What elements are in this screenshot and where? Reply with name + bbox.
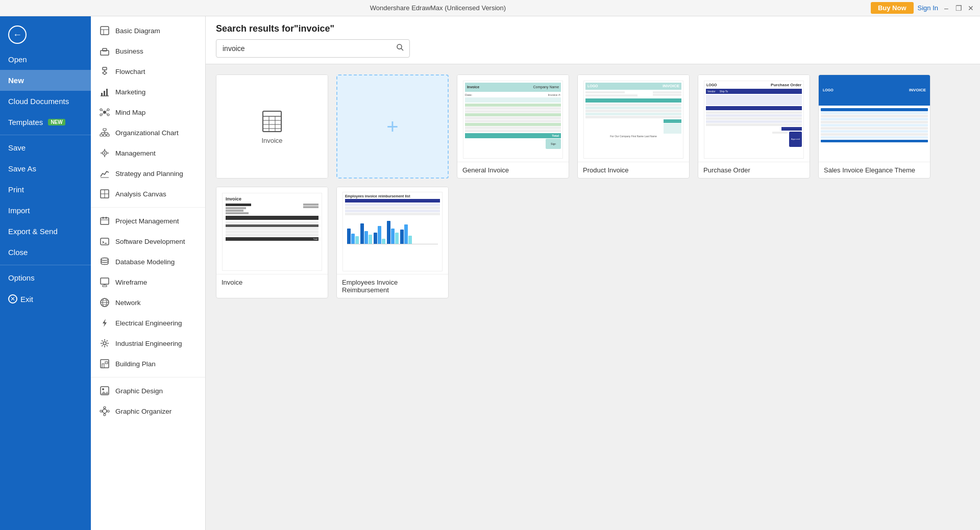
project-mgmt-icon [99, 215, 110, 226]
search-bar[interactable] [216, 39, 410, 58]
category-graphic-organizer[interactable]: Graphic Organizer [91, 401, 205, 421]
export-send-label: Export & Send [8, 227, 58, 236]
mind-map-label: Mind Map [115, 109, 145, 116]
svg-point-65 [104, 414, 106, 416]
product-invoice-label: Product Invoice [578, 162, 689, 178]
invoice-reimbursement-card[interactable]: Employees invoice reimbursement list [336, 187, 449, 298]
category-flowchart[interactable]: Flowchart [91, 61, 205, 82]
wireframe-label: Wireframe [115, 279, 147, 286]
category-mind-map[interactable]: Mind Map [91, 102, 205, 122]
save-label: Save [8, 143, 26, 152]
svg-line-18 [102, 113, 103, 114]
search-area: Search results for"invoice" [206, 16, 980, 64]
category-basic-diagram[interactable]: Basic Diagram [91, 20, 205, 41]
new-blank-template[interactable]: + [336, 74, 449, 179]
general-invoice-card[interactable]: Invoice Company Name Date:Invoice #: [457, 74, 569, 179]
software-dev-icon [99, 236, 110, 247]
electrical-icon [99, 317, 110, 329]
cloud-documents-label: Cloud Documents [8, 97, 69, 106]
category-strategy-planning[interactable]: Strategy and Planning [91, 163, 205, 184]
organizational-chart-label: Organizational Chart [115, 129, 179, 137]
sidebar-item-templates[interactable]: Templates NEW [0, 112, 91, 133]
category-marketing[interactable]: Marketing [91, 82, 205, 102]
search-input[interactable] [216, 41, 391, 56]
invoice-icon-card[interactable]: Invoice [216, 74, 328, 179]
close-window-button[interactable]: ✕ [967, 4, 975, 12]
category-business[interactable]: Business [91, 41, 205, 61]
category-project-management[interactable]: Project Management [91, 211, 205, 231]
flowchart-icon [99, 66, 110, 77]
business-icon [99, 45, 110, 57]
svg-point-66 [100, 410, 102, 412]
sidebar-item-options[interactable]: Options [0, 267, 91, 288]
svg-rect-9 [104, 91, 105, 96]
sign-in-button[interactable]: Sign In [918, 4, 938, 12]
svg-rect-21 [103, 129, 106, 131]
svg-rect-59 [105, 362, 108, 364]
category-organizational-chart[interactable]: Organizational Chart [91, 122, 205, 143]
maximize-button[interactable]: ❐ [954, 4, 963, 12]
plus-icon: + [386, 115, 398, 138]
category-management[interactable]: Management [91, 143, 205, 163]
product-invoice-thumb: LOGO INVOICE [578, 75, 689, 162]
back-icon: ← [8, 26, 27, 44]
management-icon [99, 147, 110, 159]
sidebar-item-open[interactable]: Open [0, 49, 91, 70]
sidebar-item-cloud-documents[interactable]: Cloud Documents [0, 91, 91, 112]
svg-point-67 [107, 410, 109, 412]
svg-rect-0 [101, 27, 109, 35]
purchase-order-label: Purchase Order [698, 162, 810, 178]
sidebar-item-new[interactable]: New [0, 70, 91, 91]
sidebar-item-save[interactable]: Save [0, 137, 91, 158]
category-electrical-engineering[interactable]: Electrical Engineering [91, 313, 205, 333]
org-chart-icon [99, 127, 110, 138]
search-button[interactable] [391, 40, 409, 57]
software-development-label: Software Development [115, 238, 185, 245]
network-label: Network [115, 299, 141, 307]
strategy-planning-label: Strategy and Planning [115, 170, 183, 178]
svg-line-14 [102, 110, 103, 111]
sidebar-item-print[interactable]: Print [0, 179, 91, 200]
sidebar-divider-1 [0, 135, 91, 135]
svg-rect-40 [101, 218, 109, 224]
category-network[interactable]: Network [91, 292, 205, 313]
sidebar-item-exit[interactable]: ✕ Exit [0, 288, 91, 310]
purchase-order-card[interactable]: LOGO Purchase Order Vendor Ship To [698, 74, 810, 179]
titlebar: Wondershare EdrawMax (Unlicensed Version… [0, 0, 980, 16]
sidebar-item-save-as[interactable]: Save As [0, 158, 91, 179]
category-database-modeling[interactable]: Database Modeling [91, 251, 205, 272]
sales-invoice-thumb: LOGO INVOICE [819, 75, 930, 162]
category-graphic-design[interactable]: Graphic Design [91, 381, 205, 401]
svg-rect-22 [100, 134, 103, 136]
building-plan-icon [99, 358, 110, 369]
search-results-title: Search results for"invoice" [216, 23, 970, 34]
electrical-engineering-label: Electrical Engineering [115, 319, 182, 327]
category-analysis-canvas[interactable]: Analysis Canvas [91, 184, 205, 204]
category-building-plan[interactable]: Building Plan [91, 354, 205, 374]
general-invoice-thumb: Invoice Company Name Date:Invoice #: [457, 75, 569, 162]
svg-point-19 [107, 114, 109, 116]
database-icon [99, 256, 110, 267]
svg-point-31 [104, 153, 106, 154]
category-industrial-engineering[interactable]: Industrial Engineering [91, 333, 205, 354]
product-invoice-card[interactable]: LOGO INVOICE [577, 74, 690, 179]
back-button[interactable]: ← [0, 20, 91, 49]
sidebar-divider-2 [0, 265, 91, 265]
category-software-development[interactable]: Software Development [91, 231, 205, 251]
invoice-table-icon [260, 109, 284, 134]
category-divider [91, 207, 205, 208]
minimize-button[interactable]: – [942, 4, 950, 12]
marketing-label: Marketing [115, 88, 145, 96]
buy-now-button[interactable]: Buy Now [871, 2, 914, 14]
category-wireframe[interactable]: Wireframe [91, 272, 205, 292]
sidebar-item-close[interactable]: Close [0, 242, 91, 263]
sales-invoice-card[interactable]: LOGO INVOICE [818, 74, 930, 179]
invoice-reimbursement-thumb: Employees invoice reimbursement list [337, 187, 448, 274]
sidebar-item-export-send[interactable]: Export & Send [0, 221, 91, 242]
analysis-canvas-label: Analysis Canvas [115, 190, 166, 198]
svg-point-17 [100, 114, 102, 116]
titlebar-actions: Buy Now Sign In – ❐ ✕ [871, 2, 975, 14]
sidebar-item-import[interactable]: Import [0, 200, 91, 221]
invoice-text-card[interactable]: Invoice [216, 187, 328, 298]
management-label: Management [115, 149, 156, 157]
